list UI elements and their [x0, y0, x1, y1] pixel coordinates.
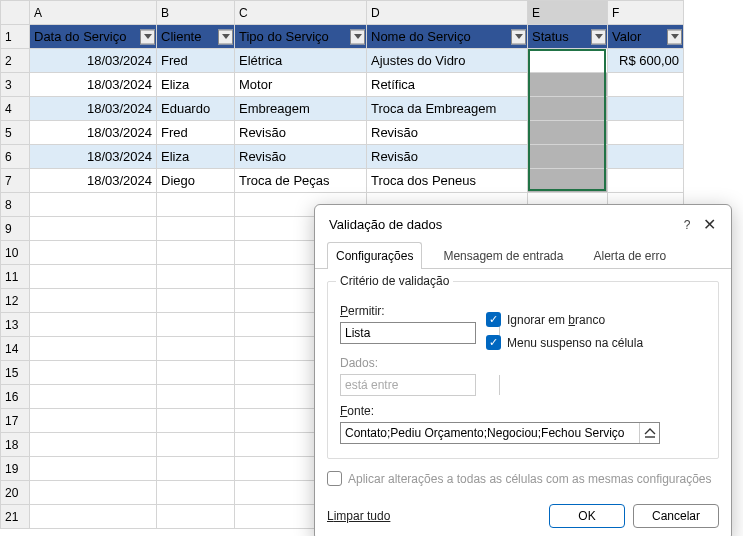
row-header-19[interactable]: 19	[1, 457, 30, 481]
row-header-21[interactable]: 21	[1, 505, 30, 529]
cell-C4[interactable]: Embreagem	[235, 97, 367, 121]
cell-A12[interactable]	[30, 289, 157, 313]
source-input[interactable]	[341, 423, 639, 443]
row-header-9[interactable]: 9	[1, 217, 30, 241]
cell-A6[interactable]: 18/03/2024	[30, 145, 157, 169]
allow-value[interactable]	[341, 326, 499, 340]
cell-A18[interactable]	[30, 433, 157, 457]
cell-A13[interactable]	[30, 313, 157, 337]
cell-F7[interactable]	[608, 169, 684, 193]
cell-A5[interactable]: 18/03/2024	[30, 121, 157, 145]
cell-B20[interactable]	[157, 481, 235, 505]
filter-dropdown-A[interactable]	[140, 29, 155, 44]
row-header-17[interactable]: 17	[1, 409, 30, 433]
cell-B3[interactable]: Eliza	[157, 73, 235, 97]
col-header-C[interactable]: C	[235, 1, 367, 25]
cell-D4[interactable]: Troca da Embreagem	[367, 97, 528, 121]
filter-dropdown-D[interactable]	[511, 29, 526, 44]
tab-configurações[interactable]: Configurações	[327, 242, 422, 269]
row-header-6[interactable]: 6	[1, 145, 30, 169]
row-header-2[interactable]: 2	[1, 49, 30, 73]
row-header-14[interactable]: 14	[1, 337, 30, 361]
row-header-5[interactable]: 5	[1, 121, 30, 145]
cell-D6[interactable]: Revisão	[367, 145, 528, 169]
cell-D5[interactable]: Revisão	[367, 121, 528, 145]
allow-combo[interactable]	[340, 322, 476, 344]
cell-B15[interactable]	[157, 361, 235, 385]
cell-A20[interactable]	[30, 481, 157, 505]
cell-A16[interactable]	[30, 385, 157, 409]
filter-dropdown-E[interactable]	[591, 29, 606, 44]
row-header-4[interactable]: 4	[1, 97, 30, 121]
cell-B7[interactable]: Diego	[157, 169, 235, 193]
row-header-10[interactable]: 10	[1, 241, 30, 265]
in-cell-dropdown-checkbox[interactable]: ✓	[486, 335, 501, 350]
cell-D1[interactable]: Nome do Serviço	[367, 25, 528, 49]
col-header-E[interactable]: E	[528, 1, 608, 25]
cell-B13[interactable]	[157, 313, 235, 337]
cell-A3[interactable]: 18/03/2024	[30, 73, 157, 97]
filter-dropdown-B[interactable]	[218, 29, 233, 44]
cell-B2[interactable]: Fred	[157, 49, 235, 73]
cell-C3[interactable]: Motor	[235, 73, 367, 97]
cell-D2[interactable]: Ajustes do Vidro	[367, 49, 528, 73]
row-header-7[interactable]: 7	[1, 169, 30, 193]
cell-B12[interactable]	[157, 289, 235, 313]
ok-button[interactable]: OK	[549, 504, 625, 528]
select-all-corner[interactable]	[1, 1, 30, 25]
cell-B16[interactable]	[157, 385, 235, 409]
cell-B1[interactable]: Cliente	[157, 25, 235, 49]
row-header-16[interactable]: 16	[1, 385, 30, 409]
col-header-A[interactable]: A	[30, 1, 157, 25]
cell-E5[interactable]	[528, 121, 608, 145]
cell-A8[interactable]	[30, 193, 157, 217]
cell-A2[interactable]: 18/03/2024	[30, 49, 157, 73]
cell-B8[interactable]	[157, 193, 235, 217]
cell-A9[interactable]	[30, 217, 157, 241]
cell-E3[interactable]	[528, 73, 608, 97]
cell-A4[interactable]: 18/03/2024	[30, 97, 157, 121]
ignore-blank-checkbox[interactable]: ✓	[486, 312, 501, 327]
row-header-18[interactable]: 18	[1, 433, 30, 457]
col-header-D[interactable]: D	[367, 1, 528, 25]
cell-A14[interactable]	[30, 337, 157, 361]
cell-B19[interactable]	[157, 457, 235, 481]
cell-C7[interactable]: Troca de Peças	[235, 169, 367, 193]
tab-mensagem-de-entrada[interactable]: Mensagem de entrada	[434, 242, 572, 269]
range-picker-icon[interactable]	[639, 423, 659, 443]
clear-all-button[interactable]: Limpar tudo	[327, 505, 390, 527]
cell-B9[interactable]	[157, 217, 235, 241]
row-header-3[interactable]: 3	[1, 73, 30, 97]
cell-B14[interactable]	[157, 337, 235, 361]
cell-D3[interactable]: Retífica	[367, 73, 528, 97]
cell-F2[interactable]: R$ 600,00	[608, 49, 684, 73]
cell-A17[interactable]	[30, 409, 157, 433]
row-header-15[interactable]: 15	[1, 361, 30, 385]
cell-B6[interactable]: Eliza	[157, 145, 235, 169]
cell-A7[interactable]: 18/03/2024	[30, 169, 157, 193]
cell-F3[interactable]	[608, 73, 684, 97]
cell-B17[interactable]	[157, 409, 235, 433]
cell-E1[interactable]: Status	[528, 25, 608, 49]
row-header-11[interactable]: 11	[1, 265, 30, 289]
filter-dropdown-C[interactable]	[350, 29, 365, 44]
cell-E6[interactable]	[528, 145, 608, 169]
row-header-12[interactable]: 12	[1, 289, 30, 313]
cell-C2[interactable]: Elétrica	[235, 49, 367, 73]
cell-E2[interactable]	[528, 49, 608, 73]
row-header-1[interactable]: 1	[1, 25, 30, 49]
cell-B18[interactable]	[157, 433, 235, 457]
col-header-F[interactable]: F	[608, 1, 684, 25]
help-button[interactable]: ?	[677, 218, 697, 232]
row-header-8[interactable]: 8	[1, 193, 30, 217]
cell-C1[interactable]: Tipo do Serviço	[235, 25, 367, 49]
cell-D7[interactable]: Troca dos Peneus	[367, 169, 528, 193]
cell-F4[interactable]	[608, 97, 684, 121]
cell-A1[interactable]: Data do Serviço	[30, 25, 157, 49]
cell-A15[interactable]	[30, 361, 157, 385]
cell-F6[interactable]	[608, 145, 684, 169]
cell-A11[interactable]	[30, 265, 157, 289]
cell-B4[interactable]: Eduardo	[157, 97, 235, 121]
cell-C5[interactable]: Revisão	[235, 121, 367, 145]
cell-B21[interactable]	[157, 505, 235, 529]
